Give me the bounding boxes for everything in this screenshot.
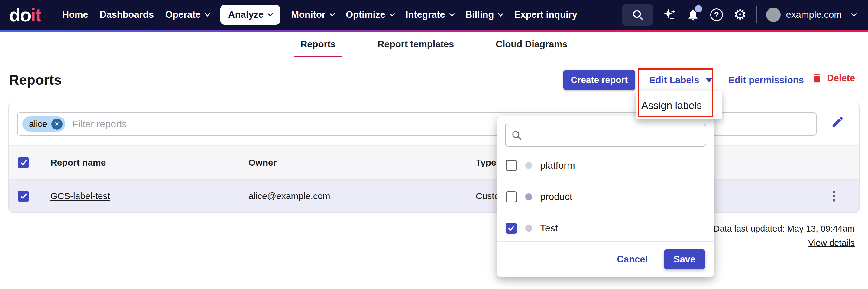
page-title: Reports xyxy=(9,72,62,88)
nav-item-home[interactable]: Home xyxy=(59,5,92,25)
dropdown-caret-icon xyxy=(706,78,712,82)
delete-button[interactable]: Delete xyxy=(811,72,855,84)
filter-placeholder: Filter reports xyxy=(72,118,127,130)
label-color-dot xyxy=(525,162,532,169)
labels-search-box[interactable] xyxy=(505,124,706,147)
edit-permissions-button[interactable]: Edit permissions xyxy=(728,75,804,86)
pencil-icon xyxy=(831,115,845,129)
top-navbar: do it Home Dashboards Operate Analyze Mo… xyxy=(0,0,868,30)
assign-labels-popup: platform product Test Cancel Save xyxy=(497,116,714,277)
navbar-actions: ? ⚙ example.com xyxy=(622,4,856,26)
search-button[interactable] xyxy=(622,4,653,26)
account-domain: example.com xyxy=(786,9,842,20)
main-navigation: Home Dashboards Operate Analyze Monitor … xyxy=(59,5,581,25)
table-header-row: Report name Owner Type ↑ xyxy=(9,145,859,180)
reports-card: alice ✕ Filter reports Report name Owner… xyxy=(8,103,860,213)
avatar xyxy=(766,7,781,22)
column-header-report-name[interactable]: Report name xyxy=(41,157,239,168)
label-color-dot xyxy=(525,225,532,232)
cancel-button[interactable]: Cancel xyxy=(617,254,648,265)
brand-gradient-bar xyxy=(0,30,868,32)
nav-item-optimize[interactable]: Optimize xyxy=(342,5,398,25)
chevron-down-icon xyxy=(268,11,273,16)
label-option-product[interactable]: product xyxy=(497,181,714,212)
labels-list: platform product Test xyxy=(497,150,714,244)
trash-icon xyxy=(811,72,823,84)
checkbox-test[interactable] xyxy=(506,223,517,234)
settings-gear-icon: ⚙ xyxy=(734,7,746,22)
checkbox-platform[interactable] xyxy=(506,160,517,171)
chip-close-icon[interactable]: ✕ xyxy=(51,118,63,130)
help-button[interactable]: ? xyxy=(709,7,724,22)
tab-report-templates[interactable]: Report templates xyxy=(373,32,458,57)
last-updated-text: Data last updated: May 13, 09:44am xyxy=(713,224,855,234)
help-icon: ? xyxy=(710,8,723,21)
select-all-checkbox[interactable] xyxy=(18,157,29,168)
chip-label: alice xyxy=(29,119,47,129)
label-color-dot xyxy=(525,193,532,200)
chevron-down-icon xyxy=(851,11,857,16)
column-header-owner[interactable]: Owner xyxy=(239,157,467,168)
section-tabs: Reports Report templates Cloud Diagrams xyxy=(0,32,868,57)
chevron-down-icon xyxy=(389,11,395,16)
nav-item-expert-inquiry[interactable]: Expert inquiry xyxy=(510,5,581,25)
tab-cloud-diagrams[interactable]: Cloud Diagrams xyxy=(491,32,572,57)
save-button[interactable]: Save xyxy=(664,250,705,269)
data-freshness-info: Data last updated: May 13, 09:44am View … xyxy=(713,224,855,248)
report-name-link[interactable]: GCS-label-test xyxy=(51,191,110,201)
filter-chip-alice[interactable]: alice ✕ xyxy=(22,116,65,132)
ai-assistant-button[interactable] xyxy=(662,7,677,22)
chevron-down-icon xyxy=(330,11,335,16)
nav-item-billing[interactable]: Billing xyxy=(462,5,506,25)
popup-footer: Cancel Save xyxy=(497,242,714,277)
check-icon xyxy=(19,158,28,167)
notifications-button[interactable] xyxy=(686,7,700,22)
sparkles-icon xyxy=(662,8,676,22)
menu-item-assign-labels[interactable]: Assign labels xyxy=(636,91,722,119)
logo-do: do xyxy=(9,4,31,26)
doit-logo: do it xyxy=(9,4,41,26)
chevron-down-icon xyxy=(498,11,503,16)
edit-labels-button[interactable]: Edit Labels xyxy=(649,72,712,88)
checkbox-product[interactable] xyxy=(506,191,517,203)
navbar-divider xyxy=(756,6,757,23)
edit-filter-button[interactable] xyxy=(829,113,846,130)
label-option-test[interactable]: Test xyxy=(497,212,714,244)
account-menu[interactable]: example.com xyxy=(766,7,856,22)
search-icon xyxy=(632,9,644,21)
nav-item-monitor[interactable]: Monitor xyxy=(287,5,338,25)
label-option-platform[interactable]: platform xyxy=(497,150,714,181)
check-icon xyxy=(19,192,28,200)
labels-search-input[interactable] xyxy=(526,130,700,140)
view-details-link[interactable]: View details xyxy=(808,238,855,248)
chevron-down-icon xyxy=(205,11,210,16)
chevron-down-icon xyxy=(449,11,455,16)
row-checkbox[interactable] xyxy=(18,191,29,202)
notification-badge xyxy=(695,5,702,12)
search-icon xyxy=(511,130,522,141)
logo-it: it xyxy=(31,4,41,26)
create-report-button[interactable]: Create report xyxy=(563,70,635,90)
nav-item-integrate[interactable]: Integrate xyxy=(402,5,458,25)
nav-item-dashboards[interactable]: Dashboards xyxy=(96,5,157,25)
tab-reports[interactable]: Reports xyxy=(296,32,340,57)
nav-item-operate[interactable]: Operate xyxy=(162,5,213,25)
settings-button[interactable]: ⚙ xyxy=(733,7,747,22)
check-icon xyxy=(507,224,515,232)
report-owner: alice@example.com xyxy=(239,191,467,201)
row-actions-kebab-menu[interactable] xyxy=(830,188,838,205)
nav-item-analyze[interactable]: Analyze xyxy=(220,5,280,25)
table-row[interactable]: GCS-label-test alice@example.com Custom xyxy=(9,180,859,212)
